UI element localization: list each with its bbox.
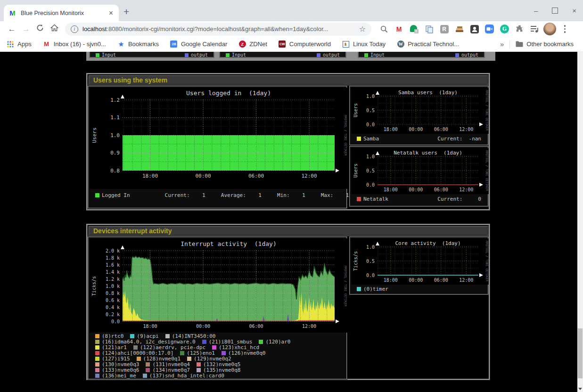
svg-text:RRDTOOL / TOBI OETIKER: RRDTOOL / TOBI OETIKER xyxy=(485,150,489,191)
scrollbar-thumb[interactable] xyxy=(578,328,583,378)
copy-pages-icon[interactable] xyxy=(424,24,434,34)
legend-label: Current: -nan xyxy=(437,136,481,141)
svg-text:12:00: 12:00 xyxy=(459,278,473,283)
legend-label: (126)nvme0q0 xyxy=(228,351,265,356)
graph-legend-row: output xyxy=(455,52,478,57)
legend-color-swatch xyxy=(197,362,201,367)
zoom-icon[interactable] xyxy=(484,24,494,34)
minimize-button[interactable]: – xyxy=(534,7,538,14)
network-graph-partial[interactable]: Inputoutput xyxy=(358,52,485,58)
svg-text:RRDTOOL / TOBI OETIKER: RRDTOOL / TOBI OETIKER xyxy=(344,115,347,155)
legend-label: (130)nvme0q3 xyxy=(102,362,139,367)
scrollbar-down-arrow-icon[interactable] xyxy=(577,385,583,392)
section-users: Users using the system 0.80.91.01.11.218… xyxy=(86,73,490,211)
playlist-icon[interactable] xyxy=(530,24,540,34)
google-voice-icon[interactable]: ? xyxy=(409,24,419,34)
network-graph-partial[interactable]: Inputoutput xyxy=(219,52,346,58)
bookmark-item-apps[interactable]: Apps xyxy=(7,41,32,48)
rakuten-icon[interactable]: R xyxy=(439,24,449,34)
svg-text:1.0: 1.0 xyxy=(110,132,120,139)
legend-label: Netatalk xyxy=(363,196,388,202)
legend-color-swatch xyxy=(146,362,150,367)
bookmark-item-linux-today[interactable]: ltLinux Today xyxy=(342,41,386,48)
books-icon[interactable] xyxy=(454,24,464,34)
section-devices-title: Devices interrupt activity xyxy=(88,226,488,236)
svg-text:1.4 k: 1.4 k xyxy=(106,270,120,275)
svg-text:0.0: 0.0 xyxy=(111,319,120,324)
legend-label: (121)ar1 xyxy=(102,345,127,350)
svg-text:Core activity (1day): Core activity (1day) xyxy=(395,240,460,246)
svg-text:0.5: 0.5 xyxy=(366,168,375,173)
new-tab-button[interactable]: + xyxy=(123,6,129,17)
gmail-icon[interactable]: M xyxy=(394,24,404,34)
bookmarks-bar: AppsMInbox (16) - sjvn0...★Bookmarks28Go… xyxy=(0,37,583,52)
users-logged-in-graph[interactable]: 0.80.91.01.11.218:0000:0006:0012:00Users… xyxy=(88,86,347,209)
bookmark-item-google-calendar[interactable]: 28Google Calendar xyxy=(170,41,227,48)
search-icon[interactable] xyxy=(379,24,389,34)
svg-text:00:00: 00:00 xyxy=(409,278,423,283)
graph-legend-row: NetatalkCurrent: 0 xyxy=(351,196,487,202)
svg-text:1.0 k: 1.0 k xyxy=(106,284,120,289)
bookmark-item-computerworld[interactable]: CWComputerworld xyxy=(279,41,331,48)
legend-color-swatch xyxy=(212,345,216,350)
url-text: localhost:8080/monitorix-cgi/monitorix.c… xyxy=(82,25,359,33)
legend-color-swatch xyxy=(187,357,191,361)
forward-button[interactable]: → xyxy=(19,24,33,34)
svg-text:12:00: 12:00 xyxy=(301,173,317,179)
legend-label: Current: 1 Average: 1 Min: 1 Max: 1 xyxy=(165,193,349,198)
bookmark-item-practical-technol[interactable]: WPractical Technol... xyxy=(397,41,459,48)
svg-text:00:00: 00:00 xyxy=(409,187,423,192)
home-button[interactable] xyxy=(47,24,61,34)
bookmark-item-inbox-16-sjvn0[interactable]: MInbox (16) - sjvn0... xyxy=(43,41,106,48)
legend-color-swatch xyxy=(357,287,361,291)
svg-text:06:00: 06:00 xyxy=(434,127,448,132)
maximize-button[interactable] xyxy=(552,8,558,14)
browser-tab[interactable]: M Blue Precision Monitorix × xyxy=(4,5,119,21)
wordpress-icon: W xyxy=(397,41,404,48)
legend-color-swatch xyxy=(95,374,99,378)
tab-close-icon[interactable]: × xyxy=(108,9,114,17)
profile-avatar[interactable] xyxy=(545,24,555,34)
graph-legend-row: Input xyxy=(96,52,116,57)
samba-users-graph[interactable]: 0.00.51.018:0000:0006:0012:00Samba users… xyxy=(349,86,489,146)
legend-label: (131)nvme0q4 xyxy=(152,362,189,367)
bookmark-star-icon[interactable]: ☆ xyxy=(359,24,366,33)
back-button[interactable]: ← xyxy=(5,24,19,34)
extensions-puzzle-icon[interactable] xyxy=(515,24,525,34)
svg-text:00:00: 00:00 xyxy=(409,127,423,132)
legend-color-swatch xyxy=(95,193,99,197)
svg-text:18:00: 18:00 xyxy=(143,324,157,329)
legend-label: output xyxy=(191,52,208,57)
tab-title: Blue Precision Monitorix xyxy=(21,10,108,16)
persona-icon[interactable] xyxy=(469,24,479,34)
legend-color-swatch xyxy=(185,53,189,57)
apps-grid-icon xyxy=(7,41,14,48)
legend-color-swatch xyxy=(222,351,226,355)
interrupt-activity-graph[interactable]: 0.00.2 k0.4 k0.6 k0.8 k1.0 k1.2 k1.4 k1.… xyxy=(88,237,347,380)
legend-color-swatch xyxy=(202,340,206,344)
legend-label: (9)acpi xyxy=(137,334,158,339)
core-activity-graph[interactable]: 0.00.51.018:0000:0006:0012:00Core activi… xyxy=(349,237,489,295)
bookmarks-overflow-chevron[interactable]: » xyxy=(500,40,504,48)
bookmark-label: Linux Today xyxy=(353,41,386,48)
address-bar[interactable]: i localhost:8080/monitorix-cgi/monitorix… xyxy=(65,23,371,36)
page-info-icon[interactable]: i xyxy=(71,25,78,33)
reload-button[interactable] xyxy=(33,24,47,34)
graph-legend-row: Input xyxy=(364,52,385,57)
bookmark-item-bookmarks[interactable]: ★Bookmarks xyxy=(117,41,159,48)
bookmark-item-zdnet[interactable]: ZZDNet xyxy=(238,41,267,48)
other-bookmarks-button[interactable]: Other bookmarks xyxy=(516,41,574,48)
chrome-menu[interactable] xyxy=(560,24,570,34)
legend-color-swatch xyxy=(95,357,99,361)
netatalk-users-graph[interactable]: 0.00.51.018:0000:0006:0012:00Netatalk us… xyxy=(349,146,489,207)
network-graph-partial[interactable]: Inputoutput xyxy=(89,52,214,58)
bookmark-label: Computerworld xyxy=(289,41,331,48)
svg-text:12:00: 12:00 xyxy=(302,324,316,329)
vertical-scrollbar[interactable] xyxy=(577,52,583,392)
star-blue-icon: ★ xyxy=(117,41,125,48)
grammarly-icon[interactable]: G xyxy=(500,24,509,34)
close-button[interactable]: × xyxy=(572,7,576,14)
legend-label: (122)aerdrv, pcie-dpc xyxy=(140,345,205,350)
legend-color-swatch xyxy=(357,197,361,201)
bookmark-label: Practical Technol... xyxy=(408,41,459,48)
